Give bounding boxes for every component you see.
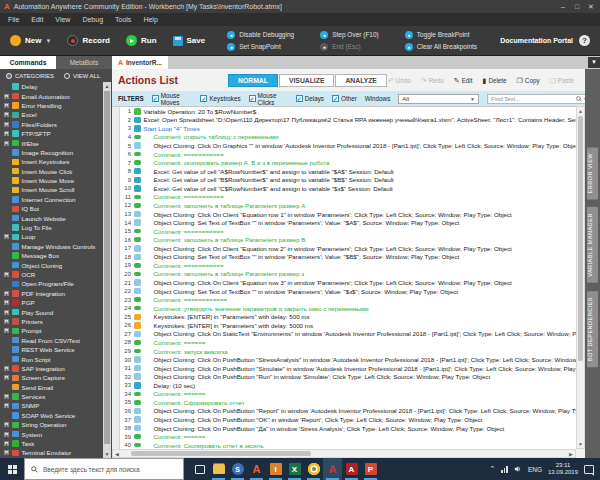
sidebar-item-if-else[interactable]: +If/Else — [4, 138, 102, 147]
action-row[interactable]: 33Delay: (10 sec) — [112, 381, 576, 390]
debug-button-step-over-f10-[interactable]: ●Step Over (F10) — [320, 31, 379, 39]
breakpoint-gutter[interactable] — [112, 432, 120, 441]
menu-item-view[interactable]: View — [55, 16, 70, 23]
delete-button[interactable]: ▮Delete — [483, 77, 507, 84]
sidebar-item-insert-mouse-move[interactable]: Insert Mouse Move — [4, 176, 102, 185]
expand-plus-icon[interactable]: + — [4, 94, 9, 99]
taskbar-clock[interactable]: 23:11 13.09.2019 — [548, 462, 578, 476]
expand-plus-icon[interactable]: + — [4, 375, 9, 380]
action-row[interactable]: 31Object Cloning: Click On PushButton "S… — [112, 364, 576, 373]
breakpoint-gutter[interactable] — [112, 270, 120, 279]
action-row[interactable]: 25Keystrokes: [ENTER] in "Parameters" wi… — [112, 313, 576, 322]
action-row[interactable]: 38Object Cloning: Click On PushButton "Д… — [112, 424, 576, 433]
expand-plus-icon[interactable]: + — [4, 300, 9, 305]
chevron-down-icon[interactable]: ▼ — [45, 38, 51, 44]
action-row[interactable]: 29Comment: запуск анализа — [112, 347, 576, 356]
breakpoint-gutter[interactable] — [112, 390, 120, 399]
menu-item-edit[interactable]: Edit — [31, 16, 43, 23]
breakpoint-gutter[interactable] — [112, 372, 120, 381]
sidebar-item-ftp-sftp[interactable]: +FTP/SFTP — [4, 129, 102, 138]
action-row[interactable]: 34Comment: ====== — [112, 390, 576, 399]
action-row[interactable]: 39Comment: ====== — [112, 432, 576, 441]
action-row[interactable]: 28Comment: ====== — [112, 338, 576, 347]
sidebar-item-image-recognition[interactable]: Image Recognition — [4, 148, 102, 157]
expand-plus-icon[interactable]: + — [4, 122, 9, 127]
skype-taskbar-button[interactable]: S — [228, 458, 247, 480]
breakpoint-gutter[interactable] — [112, 338, 120, 347]
action-row[interactable]: 13Object Cloning: Click On Client "Equat… — [112, 210, 576, 219]
action-row[interactable]: 2Excel: Open Spreadsheet "D:\Орел\110 Ди… — [112, 116, 576, 125]
sidebar-item-task[interactable]: +Task — [4, 439, 102, 448]
action-row[interactable]: 14Object Cloning: Set Text of TextBox ""… — [112, 218, 576, 227]
sidebar-item-email-automation[interactable]: +Email Automation — [4, 91, 102, 100]
breakpoint-gutter[interactable] — [112, 295, 120, 304]
action-row[interactable]: 12Comment: заполнить в таблице Parameter… — [112, 201, 576, 210]
expand-plus-icon[interactable]: + — [4, 403, 9, 408]
radio-view-all[interactable]: VIEW ALL — [64, 73, 100, 79]
file-explorer-taskbar-button[interactable] — [209, 458, 228, 480]
breakpoint-gutter[interactable] — [112, 424, 120, 433]
breakpoint-gutter[interactable] — [112, 116, 120, 125]
acrobat-taskbar-button[interactable]: A — [342, 458, 361, 480]
action-row[interactable]: 36Object Cloning: Click On PushButton "R… — [112, 407, 576, 416]
expand-plus-icon[interactable]: + — [4, 366, 9, 371]
run-button[interactable]: Run — [126, 35, 157, 46]
scroll-left-icon[interactable]: ◀ — [113, 451, 121, 457]
expand-plus-icon[interactable]: + — [4, 291, 9, 296]
sidebar-item-insert-mouse-click[interactable]: Insert Mouse Click — [4, 167, 102, 176]
filter-checkbox-mouse-clicks[interactable]: ✓Mouse Clicks — [249, 92, 288, 106]
panel-tab-error-view[interactable]: ERROR VIEW — [587, 147, 598, 199]
sidebar-item-rest-web-service[interactable]: REST Web Service — [4, 345, 102, 354]
sidebar-item-insert-keystrokes[interactable]: Insert Keystrokes — [4, 157, 102, 166]
new-button[interactable]: New ▼ — [10, 35, 51, 46]
action-row[interactable]: 18Object Cloning: Set Text of TextBox ""… — [112, 253, 576, 262]
sidebar-item-open-program-file[interactable]: Open Program/File — [4, 279, 102, 288]
documentation-portal-link[interactable]: Documentation Portal — [500, 37, 573, 44]
minimize-button[interactable]: – — [558, 3, 568, 11]
action-row[interactable]: 23Comment: ============ — [112, 295, 576, 304]
action-row[interactable]: 21Object Cloning: Click On Client "Equat… — [112, 278, 576, 287]
menu-item-tools[interactable]: Tools — [115, 16, 131, 23]
action-row[interactable]: 11Comment: =========== — [112, 193, 576, 202]
action-row[interactable]: 10Excel: Get value of cell "C$RowNumber$… — [112, 184, 576, 193]
taskbar-search-input[interactable]: Введите здесь текст для поиска — [24, 458, 184, 480]
sidebar-item-play-sound[interactable]: +Play Sound — [4, 307, 102, 316]
action-row[interactable]: 30Object Cloning: Click On PushButton "S… — [112, 355, 576, 364]
expand-plus-icon[interactable]: + — [4, 112, 9, 117]
breakpoint-gutter[interactable] — [112, 253, 120, 262]
expand-plus-icon[interactable]: + — [4, 131, 9, 136]
filter-checkbox-delays[interactable]: ✓Delays — [296, 92, 324, 106]
tab-list-dropdown[interactable]: ▼ — [588, 57, 600, 68]
debug-button-clear-all-breakpoints[interactable]: ●Clear All Breakpoints — [405, 43, 477, 51]
close-button[interactable]: ✕ — [586, 3, 596, 11]
sidebar-item-launch-website[interactable]: Launch Website — [4, 213, 102, 222]
breakpoint-gutter[interactable] — [112, 158, 120, 167]
sidebar-item-delay[interactable]: Delay — [4, 82, 102, 91]
sidebar-item-prompt[interactable]: +Prompt — [4, 326, 102, 335]
breakpoint-gutter[interactable] — [112, 304, 120, 313]
language-indicator[interactable]: ENG — [528, 466, 542, 473]
breakpoint-gutter[interactable] — [112, 244, 120, 253]
expand-plus-icon[interactable]: + — [4, 319, 9, 324]
breakpoint-gutter[interactable] — [112, 167, 120, 176]
sidebar-item-run-script[interactable]: Run Script — [4, 354, 102, 363]
menu-item-file[interactable]: File — [8, 16, 19, 23]
action-row[interactable]: 20Comment: заполнить в таблице Parameter… — [112, 270, 576, 279]
breakpoint-gutter[interactable] — [112, 441, 120, 449]
sidebar-item-message-box[interactable]: Message Box — [4, 251, 102, 260]
tab-inventorrobot[interactable]: A InventorR... — [112, 56, 168, 69]
sidebar-item-system[interactable]: +System — [4, 429, 102, 438]
automation-anywhere-client-taskbar-button[interactable]: A — [247, 458, 266, 480]
sidebar-scrollbar[interactable]: ▲ ▼ — [103, 82, 111, 458]
breakpoint-gutter[interactable] — [112, 133, 120, 142]
action-row[interactable]: 9Excel: Get value of cell "B$RowNumber$"… — [112, 176, 576, 185]
sidebar-item-object-cloning[interactable]: Object Cloning — [4, 260, 102, 269]
copy-button[interactable]: ❐Copy — [517, 77, 540, 84]
debug-button-set-snappoint[interactable]: ●Set SnapPoint — [227, 43, 294, 51]
expand-plus-icon[interactable]: + — [4, 272, 9, 277]
expand-plus-icon[interactable]: + — [4, 394, 9, 399]
breakpoint-gutter[interactable] — [112, 287, 120, 296]
record-button[interactable]: Record — [67, 35, 110, 46]
breakpoint-gutter[interactable] — [112, 321, 120, 330]
sidebar-item-log-to-file[interactable]: Log To File — [4, 223, 102, 232]
